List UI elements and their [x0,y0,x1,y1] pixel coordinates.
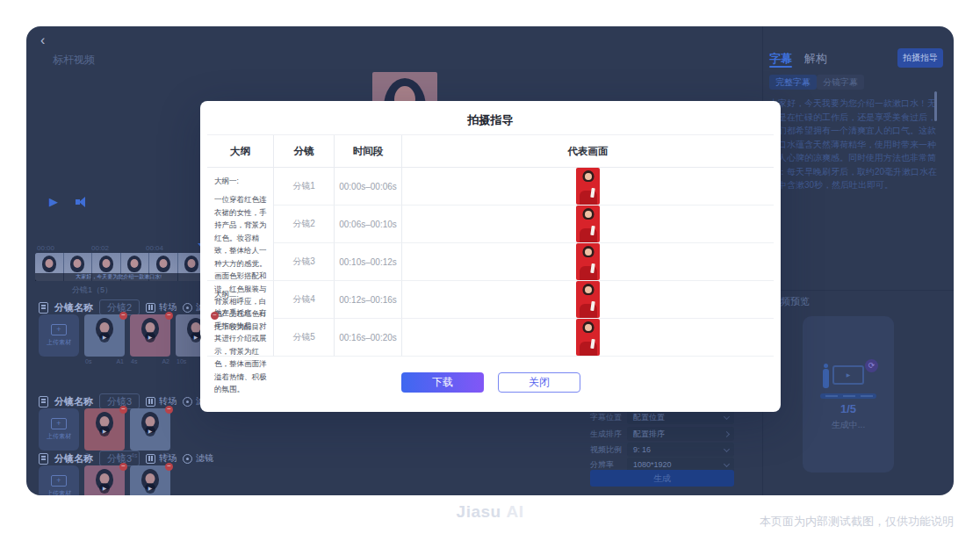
filter-button[interactable]: 滤镜 [183,452,213,465]
storyboard-clips-3: + 上传素材 ▶ ▶ [39,465,170,495]
shot-cell: 分镜1 [274,168,335,206]
progress-bar-icon [820,393,876,399]
upload-folder-icon: + [51,324,67,335]
clip-thumbnail[interactable]: ▶ 4sA2 [130,314,170,357]
player-frame-icon: ▶ [832,365,864,385]
transition-icon [146,454,155,464]
tab-subtitle[interactable]: 字幕 [769,51,792,67]
column-header-frame: 代表画面 [402,135,774,168]
upload-folder-icon: + [51,475,67,487]
setting-row-aspect-ratio: 视频比例 9: 16 [590,443,734,457]
pill-full-subtitle[interactable]: 完整字幕 [769,75,817,90]
frame-cell [402,319,774,357]
benchmark-video-label: 标杆视频 [53,53,95,68]
column-header-outline: 大纲 [207,135,274,168]
transition-button[interactable]: 转场 [146,395,177,407]
play-icon[interactable]: ▶ [49,195,58,208]
frame-image [576,243,600,280]
upload-material-button[interactable]: + 上传素材 [39,408,79,451]
play-icon: ▶ [191,332,201,342]
shot-cell: 分镜3 [274,243,335,281]
shooting-guide-modal: 拍摄指导 大纲 分镜 时间段 代表画面 大纲一: 一位穿着红色连衣裙的女性，手持… [200,101,781,412]
shot-name-label: 分镜名称 [54,301,93,314]
clip-thumbnail[interactable]: ▶ 0sA1 [84,314,125,357]
time-cell: 00:06s–00:10s [335,206,402,243]
shot-name-label: 分镜名称 [54,452,93,465]
timeline-caption-1: 大家好，今天要为您介绍一款漱口水! [35,273,202,281]
remove-clip-icon[interactable] [165,463,173,471]
remove-clip-icon[interactable] [119,463,127,471]
volume-icon[interactable] [76,197,90,207]
play-icon: ▶ [145,332,155,342]
time-cell: 00:16s–00:20s [335,319,402,357]
filter-icon [183,397,192,407]
frame-cell [402,243,774,281]
storyboard-clips-1: + 上传素材 ▶ 0sA1 ▶ 4sA2 ▶ 10sA3 [39,314,216,357]
shot-name-label: 分镜名称 [54,395,93,408]
aspect-ratio-select[interactable]: 9: 16 [627,443,734,457]
segment-label-1: 分镜1（5） [72,285,112,296]
play-icon: ▶ [99,332,110,342]
timeline-tick: 00:02 [91,244,109,252]
tab-active-underline [769,66,792,68]
play-icon: ▶ [99,426,110,436]
refresh-icon: ⟳ [865,359,878,372]
modal-title: 拍摄指导 [200,112,781,128]
upload-folder-icon: + [51,418,67,429]
back-icon[interactable]: ‹ [40,33,45,47]
section-divider [762,290,954,291]
scrollbar[interactable] [934,91,937,121]
document-icon [39,302,48,314]
upload-material-button[interactable]: + 上传素材 [39,314,79,357]
clip-thumbnail[interactable]: ▶ [84,465,125,495]
clip-thumbnail[interactable]: ▶ 4sA2 [130,408,170,451]
progress-status: 生成中... [803,419,894,431]
clip-thumbnail[interactable]: ▶ 2sA1 [84,408,125,451]
outline-cell-1: 大纲一: 一位穿着红色连衣裙的女性，手持产品，背景为红色。妆容精致，整体给人一种… [207,168,274,281]
generate-order-select[interactable]: 配置排序 [627,427,734,441]
remove-clip-icon[interactable] [165,406,173,414]
filter-icon [183,454,192,464]
upload-material-button[interactable]: + 上传素材 [39,465,79,495]
play-icon: ▶ [145,426,155,436]
play-icon: ▶ [145,483,155,494]
progress-count: 1/5 [803,402,894,415]
time-cell: 00:10s–00:12s [335,243,402,281]
setting-row-generate-order: 生成排序 配置排序 [590,427,734,441]
frame-image [576,206,600,242]
remove-clip-icon[interactable] [119,406,127,414]
subtitle-text[interactable]: 大家好，今天我要为您介绍一款漱口水！无论是在忙碌的工作后，还是享受美食过后，我们… [769,97,938,255]
video-preview-card: ▶ ⟳ 1/5 生成中... [803,316,894,472]
timeline-tick: 00:04 [146,244,163,252]
frame-cell [402,168,774,206]
shot-cell: 分镜5 [274,319,335,357]
setting-row-subtitle-position: 字幕位置 配置位置 [590,410,734,424]
remove-clip-icon[interactable] [211,312,219,320]
close-button[interactable]: 关闭 [498,372,580,393]
subtitle-position-select[interactable]: 配置位置 [627,410,734,424]
filter-icon [183,303,192,313]
shooting-guide-button[interactable]: 拍摄指导 [897,48,943,68]
document-icon [39,453,48,465]
transition-button[interactable]: 转场 [146,452,177,465]
column-header-timerange: 时间段 [335,135,402,168]
generate-button[interactable]: 生成 [590,470,734,487]
transition-icon [146,303,155,313]
transition-button[interactable]: 转场 [146,301,177,314]
remove-clip-icon[interactable] [119,312,127,320]
person-icon [823,369,829,388]
transition-icon [146,397,155,407]
clip-thumbnail[interactable]: ▶ [130,465,170,495]
shot-cell: 分镜4 [274,281,335,319]
page: ‹ 标杆视频 ▶ 00:00 00:02 00:04 00:06 大家好，今天要… [0,0,980,548]
play-icon: ▶ [99,483,110,494]
pill-shot-subtitle[interactable]: 分镜字幕 [817,75,864,90]
column-header-shot: 分镜 [274,135,335,168]
storyboard-clips-2: + 上传素材 ▶ 2sA1 ▶ 4sA2 [39,408,170,451]
download-button[interactable]: 下载 [401,372,484,393]
remove-clip-icon[interactable] [165,312,173,320]
timeline-tick: 00:00 [37,244,54,252]
time-cell: 00:12s–00:16s [335,281,402,319]
tab-deconstruct[interactable]: 解构 [804,51,827,67]
disclaimer-text: 本页面为内部测试截图，仅供功能说明 [760,514,954,530]
